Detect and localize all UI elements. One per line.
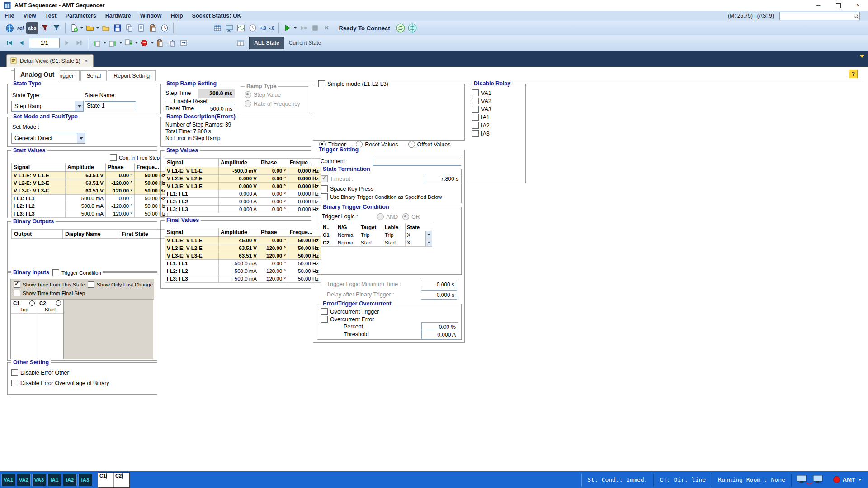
world-icon[interactable]	[4, 23, 15, 33]
channel-button-va2[interactable]: VA2	[17, 474, 31, 486]
append-state-icon[interactable]	[123, 38, 134, 48]
delay-after-binary-trigger-value[interactable]: 0.000 s	[421, 290, 457, 300]
cell[interactable]: 45.00 V	[219, 237, 259, 244]
help-button[interactable]: ?	[849, 70, 858, 78]
cell[interactable]: I L1: I L1	[165, 260, 219, 267]
overcurrent-error-checkbox[interactable]: Overcurrent Error	[321, 316, 374, 323]
cell[interactable]: 500.0 mA	[66, 202, 106, 210]
cell[interactable]: -500.0 mV	[219, 167, 259, 175]
cell[interactable]: I L1: I L1	[12, 195, 66, 202]
table-row[interactable]: C1NormalTripTripX	[321, 231, 432, 239]
cell[interactable]: 0.00 °	[259, 167, 288, 175]
column-header[interactable]: N..	[321, 223, 336, 231]
insert-before-dropdown-icon[interactable]	[103, 38, 107, 48]
cell[interactable]: V L2-E: V L2-E	[165, 175, 219, 183]
step-value-radio[interactable]: Step Value	[245, 91, 281, 98]
cell[interactable]: 500.0 mA	[66, 195, 106, 202]
show-only-last-change-checkbox[interactable]: Show Only Last Change	[88, 281, 153, 288]
column-header[interactable]: Target	[359, 223, 383, 231]
comment-input[interactable]	[373, 157, 461, 166]
menu-test[interactable]: Test	[41, 13, 61, 19]
cell[interactable]: Start	[359, 239, 383, 247]
cell[interactable]: -120.00 °	[106, 179, 135, 187]
state-combo[interactable]: X	[406, 231, 432, 239]
table-row[interactable]: I L3: I L30.000 A0.00 °0.000 Hz	[165, 206, 321, 213]
cell[interactable]: 0.00 °	[259, 198, 288, 206]
cell[interactable]: V L3-E: V L3-E	[165, 183, 219, 190]
reconnect-icon[interactable]	[395, 23, 406, 33]
column-header[interactable]: Phase	[259, 159, 288, 167]
amt-device-button[interactable]: AMT	[829, 476, 868, 483]
all-state-button[interactable]: ALL State	[249, 37, 284, 49]
column-header[interactable]: Amplitude	[219, 228, 259, 237]
tab-report-setting[interactable]: Report Setting	[108, 70, 156, 81]
cell[interactable]: I L2: I L2	[165, 267, 219, 275]
cell[interactable]: 0.000 A	[219, 190, 259, 198]
append-state-dropdown-icon[interactable]	[134, 38, 138, 48]
search-input[interactable]	[780, 13, 852, 19]
channel-button-ia3[interactable]: IA3	[78, 474, 92, 486]
play-record-icon[interactable]	[298, 23, 309, 33]
trigger-logic-min-time-value[interactable]: 0.000 s	[421, 280, 457, 289]
cell[interactable]: 0.000 V	[219, 183, 259, 190]
cell[interactable]: Normal	[336, 231, 359, 239]
search-icon[interactable]	[852, 13, 859, 19]
new-file-icon[interactable]	[69, 23, 80, 33]
table-row[interactable]: I L2: I L2500.0 mA-120.00 °50.00 Hz	[12, 202, 168, 210]
table-row[interactable]: I L3: I L3500.0 mA120.00 °50.00 Hz	[165, 275, 321, 283]
move-state-icon[interactable]	[178, 38, 189, 48]
combo-dropdown-icon[interactable]	[425, 231, 432, 239]
table-view-icon[interactable]	[212, 23, 223, 33]
monitor-view-icon[interactable]	[224, 23, 235, 33]
cell[interactable]: 500.0 mA	[66, 210, 106, 218]
cell[interactable]: I L2: I L2	[12, 202, 66, 210]
split-view-icon[interactable]	[235, 38, 246, 48]
table-row[interactable]: V L2-E: V L2-E63.51 V-120.00 °50.00 Hz	[165, 244, 321, 252]
cancel-icon[interactable]: ×	[321, 23, 332, 33]
set-mode-dropdown-icon[interactable]	[77, 133, 85, 143]
cell[interactable]: -120.00 °	[106, 202, 135, 210]
cell[interactable]: 120.00 °	[259, 275, 288, 283]
menu-view[interactable]: View	[19, 13, 41, 19]
disable-relay-ia2-checkbox[interactable]: IA2	[472, 122, 490, 129]
cell[interactable]: C1	[321, 231, 336, 239]
channel-button-ia2[interactable]: IA2	[63, 474, 77, 486]
cell[interactable]: 63.51 V	[219, 252, 259, 260]
table-row[interactable]: V L2-E: V L2-E0.000 V0.00 °0.000 Hz	[165, 175, 321, 183]
new-file-dropdown-icon[interactable]	[80, 23, 84, 33]
menu-hardware[interactable]: Hardware	[101, 13, 136, 19]
column-header[interactable]: Signal	[165, 159, 219, 167]
column-header[interactable]: Display Name	[63, 230, 119, 239]
folder-icon[interactable]	[100, 23, 111, 33]
column-header[interactable]: N/G	[336, 223, 359, 231]
cell[interactable]: Start	[383, 239, 406, 247]
contact-indicator-c1[interactable]: C1	[98, 473, 114, 487]
delete-state-icon[interactable]	[139, 38, 150, 48]
cell[interactable]: V L3-E: V L3-E	[165, 252, 219, 260]
channel-button-ia1[interactable]: IA1	[47, 474, 61, 486]
or-radio[interactable]: OR	[402, 213, 420, 220]
time-view-icon[interactable]	[247, 23, 258, 33]
cell[interactable]: 0.00 °	[259, 190, 288, 198]
cell[interactable]: 500.0 mA	[219, 260, 259, 267]
cell[interactable]: 120.00 °	[106, 210, 135, 218]
table-row[interactable]: I L2: I L2500.0 mA-120.00 °50.00 Hz	[165, 267, 321, 275]
show-time-this-state-checkbox[interactable]: Show Time from This State	[14, 281, 85, 288]
open-file-dropdown-icon[interactable]	[96, 23, 100, 33]
cell[interactable]: 0.00 °	[259, 206, 288, 213]
overcurrent-trigger-checkbox[interactable]: Overcurrent Trigger	[321, 308, 379, 315]
table-row[interactable]: I L1: I L1500.0 mA0.00 °50.00 Hz	[12, 195, 168, 202]
cell[interactable]: V L2-E: V L2-E	[165, 244, 219, 252]
fault-filter-icon[interactable]	[39, 23, 50, 33]
insert-after-dropdown-icon[interactable]	[118, 38, 123, 48]
insert-state-before-icon[interactable]	[91, 38, 102, 48]
disable-relay-va1-checkbox[interactable]: VA1	[472, 89, 491, 96]
table-row[interactable]: V L3-E: V L3-E63.51 V120.00 °50.00 Hz	[12, 187, 168, 195]
cell[interactable]: I L3: I L3	[165, 275, 219, 283]
paste-icon[interactable]	[147, 23, 158, 33]
cell[interactable]: I L3: I L3	[12, 210, 66, 218]
cell[interactable]: 0.000 V	[219, 175, 259, 183]
column-header[interactable]: Signal	[12, 163, 66, 172]
cell[interactable]: 63.51 V	[219, 244, 259, 252]
cell[interactable]: V L1-E: V L1-E	[165, 167, 219, 175]
